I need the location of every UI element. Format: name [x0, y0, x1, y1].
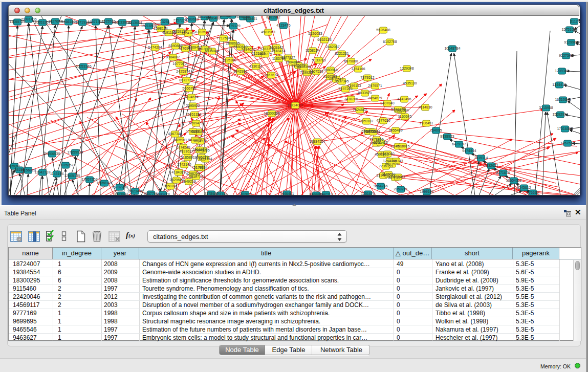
svg-text:435051: 435051	[9, 164, 20, 168]
svg-text:7513081: 7513081	[191, 165, 205, 169]
svg-text:12923446: 12923446	[127, 189, 143, 193]
svg-text:1160645: 1160645	[398, 115, 412, 118]
svg-text:2059731: 2059731	[394, 187, 407, 191]
svg-text:1267533: 1267533	[560, 141, 574, 145]
svg-text:1254166: 1254166	[351, 67, 365, 71]
svg-text:1702635: 1702635	[238, 192, 252, 195]
svg-text:8471676: 8471676	[496, 171, 510, 174]
svg-text:1145194: 1145194	[50, 172, 64, 176]
svg-text:6221231: 6221231	[335, 52, 349, 55]
svg-text:17359924: 17359924	[67, 150, 83, 154]
svg-text:7824614: 7824614	[184, 95, 198, 99]
svg-text:2695275: 2695275	[258, 52, 272, 56]
svg-text:1706451: 1706451	[419, 121, 433, 125]
svg-text:7438286: 7438286	[344, 97, 358, 101]
svg-text:3215958: 3215958	[539, 106, 553, 110]
svg-text:4330111: 4330111	[249, 64, 263, 68]
svg-text:3258154: 3258154	[306, 49, 319, 52]
svg-text:1077070: 1077070	[172, 62, 186, 65]
svg-text:15692971: 15692971	[552, 113, 568, 116]
svg-text:6579860: 6579860	[344, 59, 358, 63]
svg-text:4184326: 4184326	[171, 170, 185, 174]
svg-text:18300295: 18300295	[264, 112, 279, 115]
svg-text:3980944: 3980944	[323, 68, 337, 72]
svg-text:2425874: 2425874	[176, 70, 190, 73]
svg-text:5526408: 5526408	[376, 28, 390, 32]
svg-text:4067340: 4067340	[168, 132, 182, 136]
svg-text:9384802: 9384802	[166, 55, 180, 59]
svg-text:6474294: 6474294	[148, 46, 162, 49]
svg-text:10958107: 10958107	[96, 181, 112, 185]
svg-text:4518474: 4518474	[271, 49, 285, 53]
svg-text:20053346: 20053346	[75, 64, 91, 68]
svg-text:2579129: 2579129	[226, 24, 240, 28]
svg-text:1009142: 1009142	[269, 46, 283, 49]
svg-text:6090228: 6090228	[156, 192, 169, 195]
svg-text:8589669: 8589669	[185, 17, 199, 21]
svg-text:8938923: 8938923	[440, 135, 454, 138]
svg-text:976612: 976612	[527, 191, 538, 194]
svg-text:1329348: 1329348	[400, 67, 413, 70]
svg-text:12505135: 12505135	[64, 174, 80, 178]
svg-text:9227342: 9227342	[559, 54, 573, 57]
svg-text:8603570: 8603570	[385, 162, 399, 166]
svg-text:7717594: 7717594	[216, 36, 230, 40]
svg-text:10654112: 10654112	[506, 179, 522, 182]
svg-text:5333178: 5333178	[391, 107, 405, 111]
svg-text:12942737: 12942737	[34, 170, 50, 174]
svg-text:16210643: 16210643	[555, 98, 571, 101]
svg-text:6102708: 6102708	[383, 40, 397, 43]
svg-text:1649219: 1649219	[182, 180, 195, 183]
svg-text:11156829: 11156829	[20, 168, 36, 172]
svg-text:8033520: 8033520	[358, 91, 372, 95]
svg-text:9864766: 9864766	[374, 184, 387, 188]
svg-text:5971504: 5971504	[366, 130, 380, 134]
svg-text:4142496: 4142496	[397, 97, 411, 101]
svg-text:4581963: 4581963	[261, 30, 275, 34]
svg-text:1183794: 1183794	[272, 57, 286, 60]
svg-text:6466160: 6466160	[61, 20, 75, 24]
svg-text:8800396: 8800396	[297, 65, 311, 69]
svg-text:6214548: 6214548	[176, 145, 190, 149]
svg-text:5935044: 5935044	[205, 49, 219, 53]
svg-text:9095278: 9095278	[194, 156, 208, 159]
svg-text:1999101: 1999101	[420, 190, 433, 193]
svg-text:5185891: 5185891	[181, 156, 194, 159]
svg-text:16782759: 16782759	[112, 185, 127, 189]
svg-text:2225380: 2225380	[222, 58, 236, 62]
svg-text:7484621: 7484621	[241, 48, 255, 51]
svg-text:4535130: 4535130	[403, 81, 417, 85]
svg-text:2231423: 2231423	[374, 141, 387, 144]
svg-text:1598154: 1598154	[154, 27, 167, 30]
svg-text:2511915: 2511915	[396, 144, 410, 148]
svg-text:3658781: 3658781	[163, 184, 177, 188]
svg-text:9474444: 9474444	[462, 149, 476, 152]
svg-text:1504702: 1504702	[181, 31, 195, 35]
svg-text:7879512: 7879512	[360, 76, 374, 79]
svg-text:30975857: 30975857	[57, 163, 73, 167]
svg-text:8813054: 8813054	[128, 21, 142, 25]
svg-text:7667674: 7667674	[264, 73, 278, 77]
svg-text:10648784: 10648784	[444, 47, 460, 50]
svg-text:2316974: 2316974	[192, 148, 206, 151]
svg-text:9167539: 9167539	[309, 70, 323, 73]
svg-text:2462037: 2462037	[325, 45, 339, 49]
svg-text:2808635: 2808635	[226, 41, 239, 45]
svg-text:3585961: 3585961	[173, 138, 187, 142]
svg-text:5666799: 5666799	[182, 86, 196, 90]
svg-text:5133703: 5133703	[312, 58, 325, 62]
svg-text:9537345: 9537345	[335, 79, 349, 83]
svg-text:17016504: 17016504	[557, 127, 573, 130]
svg-text:6652123: 6652123	[317, 38, 331, 41]
svg-text:20206535: 20206535	[44, 152, 60, 156]
svg-text:5077080: 5077080	[380, 152, 394, 156]
svg-text:9245612: 9245612	[517, 186, 531, 189]
svg-text:5526083: 5526083	[308, 32, 322, 35]
svg-text:1112: 1112	[571, 19, 578, 23]
svg-text:8981982: 8981982	[266, 16, 280, 19]
svg-text:1527602: 1527602	[48, 19, 62, 23]
svg-text:1251670: 1251670	[361, 192, 375, 195]
svg-text:8070878: 8070878	[188, 138, 202, 142]
svg-text:6479197: 6479197	[452, 142, 466, 146]
svg-text:6289473: 6289473	[189, 121, 203, 125]
